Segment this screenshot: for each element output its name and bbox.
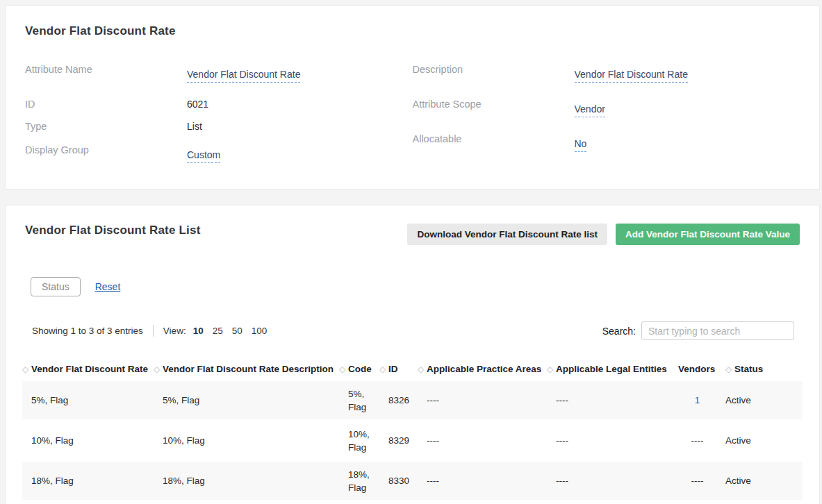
value-list-panel: Vendor Flat Discount Rate List Download … [5,205,820,504]
cell-description: 18%, Flag [154,474,339,487]
display-group-value-link[interactable]: Custom [187,149,220,163]
list-title: Vendor Flat Discount Rate List [25,224,201,237]
description-value-link[interactable]: Vendor Flat Discount Rate [575,68,688,83]
download-list-button[interactable]: Download Vendor Flat Discount Rate list [407,224,607,245]
cell-status: Active [716,434,794,447]
details-left-column: Attribute Name Vendor Flat Discount Rate… [25,63,413,158]
cell-description: 5%, Flag [154,394,339,407]
sort-icon[interactable]: ◇ [725,364,732,374]
allocatable-label: Allocatable [413,133,575,145]
vendors-count-link[interactable]: 1 [695,395,700,405]
cell-legal-entities: ---- [547,474,678,487]
sort-icon[interactable]: ◇ [22,364,28,374]
column-header-description[interactable]: ◇Vendor Flat Discount Rate Description [154,364,339,374]
table-row: 18%, Flag 18%, Flag 18%, Flag 8330 ---- … [22,462,803,500]
cell-practice-areas: ---- [418,474,547,487]
details-right-column: Description Vendor Flat Discount Rate At… [413,63,800,158]
sort-icon[interactable]: ◇ [154,364,160,374]
table-row: 10%, Flag 10%, Flag 10%, Flag 8329 ---- … [22,421,803,460]
cell-code: 10%, Flag [339,428,379,454]
description-label: Description [413,63,575,76]
cell-description: 10%, Flag [154,434,339,447]
cell-rate: 5%, Flag [22,394,154,407]
entries-summary: Showing 1 to 3 of 3 entries [32,326,143,336]
column-header-code[interactable]: ◇Code [339,364,379,374]
column-header-legal-entities[interactable]: ◇Applicable Legal Entities [547,364,678,374]
sort-icon[interactable]: ◇ [339,364,345,374]
cell-practice-areas: ---- [418,394,547,407]
cell-id: 8326 [379,394,418,407]
view-option-25[interactable]: 25 [213,326,223,336]
cell-rate: 18%, Flag [22,474,154,487]
display-group-label: Display Group [25,144,187,156]
column-header-vendors: Vendors [678,364,716,374]
reset-filters-link[interactable]: Reset [95,281,121,292]
cell-vendors: ---- [678,474,716,487]
column-header-id[interactable]: ◇ID [379,364,418,374]
type-label: Type [25,120,187,133]
cell-legal-entities: ---- [547,434,678,447]
divider [153,325,154,337]
cell-id: 8330 [379,474,418,487]
attribute-name-value-link[interactable]: Vendor Flat Discount Rate [187,68,300,83]
id-value: 6021 [187,98,208,110]
attribute-scope-label: Attribute Scope [413,98,575,110]
column-header-status[interactable]: ◇Status [716,364,794,374]
table-row: 5%, Flag 5%, Flag 5%, Flag 8326 ---- ---… [22,381,803,419]
search-label: Search: [602,326,636,337]
column-header-rate[interactable]: ◇Vendor Flat Discount Rate [22,364,154,374]
cell-status: Active [716,394,794,407]
cell-vendors: ---- [678,434,716,447]
attribute-details: Attribute Name Vendor Flat Discount Rate… [25,63,800,158]
column-header-practice-areas[interactable]: ◇Applicable Practice Areas [418,364,547,374]
attribute-scope-value-link[interactable]: Vendor [575,103,605,117]
cell-status: Active [716,474,794,487]
attribute-detail-panel: Vendor Flat Discount Rate Attribute Name… [5,6,820,190]
cell-id: 8329 [379,434,418,447]
add-value-button[interactable]: Add Vendor Flat Discount Rate Value [616,224,800,245]
view-label: View: [163,326,186,336]
cell-practice-areas: ---- [418,434,547,447]
allocatable-value-link[interactable]: No [575,137,587,152]
view-option-10[interactable]: 10 [193,326,204,336]
sort-icon[interactable]: ◇ [547,364,553,374]
attribute-name-label: Attribute Name [25,63,187,76]
sort-icon[interactable]: ◇ [379,364,386,374]
cell-code: 5%, Flag [339,387,379,414]
sort-icon[interactable]: ◇ [418,364,424,374]
cell-code: 18%, Flag [339,468,379,494]
view-option-100[interactable]: 100 [252,326,268,336]
status-filter-button[interactable]: Status [31,277,81,296]
table-header-row: ◇Vendor Flat Discount Rate ◇Vendor Flat … [22,360,803,381]
cell-legal-entities: ---- [547,394,678,407]
type-value: List [187,120,202,133]
cell-rate: 10%, Flag [22,434,154,447]
value-table: ◇Vendor Flat Discount Rate ◇Vendor Flat … [22,360,803,500]
view-option-50[interactable]: 50 [232,326,243,336]
search-input[interactable] [641,321,794,340]
id-label: ID [25,98,187,110]
page-title: Vendor Flat Discount Rate [25,24,800,38]
